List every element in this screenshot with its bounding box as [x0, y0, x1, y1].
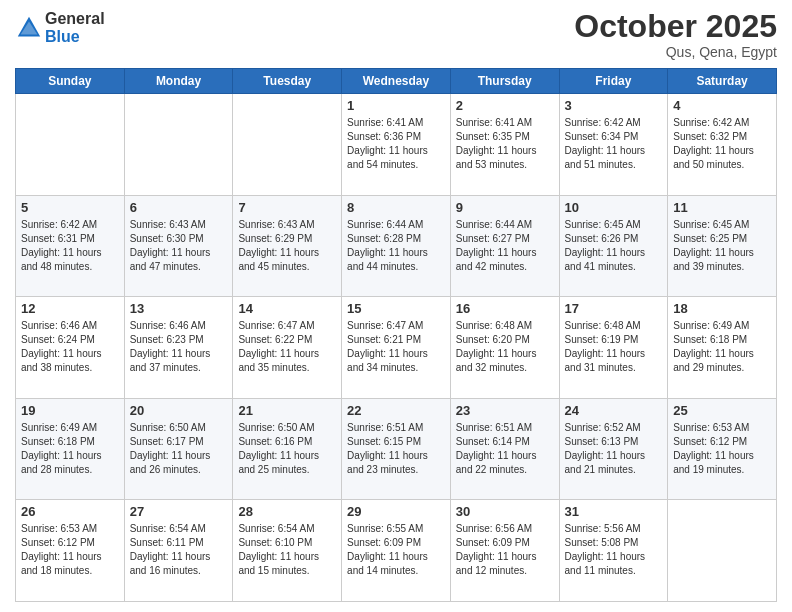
calendar-cell: 6Sunrise: 6:43 AMSunset: 6:30 PMDaylight… — [124, 195, 233, 297]
day-info: Sunrise: 6:46 AMSunset: 6:23 PMDaylight:… — [130, 319, 228, 375]
day-number: 31 — [565, 504, 663, 519]
calendar-cell: 24Sunrise: 6:52 AMSunset: 6:13 PMDayligh… — [559, 398, 668, 500]
day-number: 29 — [347, 504, 445, 519]
calendar-cell: 14Sunrise: 6:47 AMSunset: 6:22 PMDayligh… — [233, 297, 342, 399]
day-info: Sunrise: 6:53 AMSunset: 6:12 PMDaylight:… — [21, 522, 119, 578]
calendar-cell — [124, 94, 233, 196]
day-info: Sunrise: 6:54 AMSunset: 6:10 PMDaylight:… — [238, 522, 336, 578]
weekday-header-row: SundayMondayTuesdayWednesdayThursdayFrid… — [16, 69, 777, 94]
day-info: Sunrise: 6:41 AMSunset: 6:35 PMDaylight:… — [456, 116, 554, 172]
day-number: 22 — [347, 403, 445, 418]
day-number: 21 — [238, 403, 336, 418]
calendar-cell: 17Sunrise: 6:48 AMSunset: 6:19 PMDayligh… — [559, 297, 668, 399]
calendar-cell: 1Sunrise: 6:41 AMSunset: 6:36 PMDaylight… — [342, 94, 451, 196]
calendar-cell: 28Sunrise: 6:54 AMSunset: 6:10 PMDayligh… — [233, 500, 342, 602]
day-info: Sunrise: 6:43 AMSunset: 6:29 PMDaylight:… — [238, 218, 336, 274]
day-info: Sunrise: 6:46 AMSunset: 6:24 PMDaylight:… — [21, 319, 119, 375]
day-number: 10 — [565, 200, 663, 215]
day-number: 25 — [673, 403, 771, 418]
day-info: Sunrise: 6:44 AMSunset: 6:28 PMDaylight:… — [347, 218, 445, 274]
calendar-cell: 25Sunrise: 6:53 AMSunset: 6:12 PMDayligh… — [668, 398, 777, 500]
day-number: 30 — [456, 504, 554, 519]
day-info: Sunrise: 6:54 AMSunset: 6:11 PMDaylight:… — [130, 522, 228, 578]
weekday-header: Wednesday — [342, 69, 451, 94]
calendar-table: SundayMondayTuesdayWednesdayThursdayFrid… — [15, 68, 777, 602]
calendar-cell: 15Sunrise: 6:47 AMSunset: 6:21 PMDayligh… — [342, 297, 451, 399]
weekday-header: Thursday — [450, 69, 559, 94]
title-area: October 2025 Qus, Qena, Egypt — [574, 10, 777, 60]
location: Qus, Qena, Egypt — [574, 44, 777, 60]
calendar-cell: 16Sunrise: 6:48 AMSunset: 6:20 PMDayligh… — [450, 297, 559, 399]
calendar-cell: 23Sunrise: 6:51 AMSunset: 6:14 PMDayligh… — [450, 398, 559, 500]
calendar-cell: 11Sunrise: 6:45 AMSunset: 6:25 PMDayligh… — [668, 195, 777, 297]
day-number: 28 — [238, 504, 336, 519]
day-number: 2 — [456, 98, 554, 113]
logo-text: General Blue — [45, 10, 105, 45]
day-number: 13 — [130, 301, 228, 316]
day-info: Sunrise: 6:47 AMSunset: 6:21 PMDaylight:… — [347, 319, 445, 375]
calendar-cell: 26Sunrise: 6:53 AMSunset: 6:12 PMDayligh… — [16, 500, 125, 602]
calendar-cell: 3Sunrise: 6:42 AMSunset: 6:34 PMDaylight… — [559, 94, 668, 196]
day-info: Sunrise: 6:51 AMSunset: 6:15 PMDaylight:… — [347, 421, 445, 477]
day-number: 15 — [347, 301, 445, 316]
calendar-cell: 18Sunrise: 6:49 AMSunset: 6:18 PMDayligh… — [668, 297, 777, 399]
weekday-header: Friday — [559, 69, 668, 94]
calendar-week-row: 26Sunrise: 6:53 AMSunset: 6:12 PMDayligh… — [16, 500, 777, 602]
day-info: Sunrise: 6:42 AMSunset: 6:31 PMDaylight:… — [21, 218, 119, 274]
calendar-cell: 10Sunrise: 6:45 AMSunset: 6:26 PMDayligh… — [559, 195, 668, 297]
day-number: 24 — [565, 403, 663, 418]
day-info: Sunrise: 6:56 AMSunset: 6:09 PMDaylight:… — [456, 522, 554, 578]
day-info: Sunrise: 6:49 AMSunset: 6:18 PMDaylight:… — [673, 319, 771, 375]
day-info: Sunrise: 6:45 AMSunset: 6:25 PMDaylight:… — [673, 218, 771, 274]
day-info: Sunrise: 6:51 AMSunset: 6:14 PMDaylight:… — [456, 421, 554, 477]
day-number: 6 — [130, 200, 228, 215]
day-number: 16 — [456, 301, 554, 316]
calendar-cell: 22Sunrise: 6:51 AMSunset: 6:15 PMDayligh… — [342, 398, 451, 500]
calendar-cell: 9Sunrise: 6:44 AMSunset: 6:27 PMDaylight… — [450, 195, 559, 297]
calendar-cell — [16, 94, 125, 196]
calendar-cell: 4Sunrise: 6:42 AMSunset: 6:32 PMDaylight… — [668, 94, 777, 196]
day-info: Sunrise: 6:47 AMSunset: 6:22 PMDaylight:… — [238, 319, 336, 375]
month-title: October 2025 — [574, 10, 777, 42]
header: General Blue October 2025 Qus, Qena, Egy… — [15, 10, 777, 60]
day-number: 4 — [673, 98, 771, 113]
calendar-cell: 12Sunrise: 6:46 AMSunset: 6:24 PMDayligh… — [16, 297, 125, 399]
calendar-cell: 29Sunrise: 6:55 AMSunset: 6:09 PMDayligh… — [342, 500, 451, 602]
day-number: 5 — [21, 200, 119, 215]
day-info: Sunrise: 6:43 AMSunset: 6:30 PMDaylight:… — [130, 218, 228, 274]
day-info: Sunrise: 6:45 AMSunset: 6:26 PMDaylight:… — [565, 218, 663, 274]
day-number: 27 — [130, 504, 228, 519]
weekday-header: Sunday — [16, 69, 125, 94]
logo-icon — [15, 14, 43, 42]
calendar-cell — [668, 500, 777, 602]
day-number: 12 — [21, 301, 119, 316]
weekday-header: Monday — [124, 69, 233, 94]
calendar-cell: 20Sunrise: 6:50 AMSunset: 6:17 PMDayligh… — [124, 398, 233, 500]
day-info: Sunrise: 6:48 AMSunset: 6:19 PMDaylight:… — [565, 319, 663, 375]
logo: General Blue — [15, 10, 105, 45]
calendar-cell: 31Sunrise: 5:56 AMSunset: 5:08 PMDayligh… — [559, 500, 668, 602]
day-info: Sunrise: 6:41 AMSunset: 6:36 PMDaylight:… — [347, 116, 445, 172]
day-info: Sunrise: 6:42 AMSunset: 6:34 PMDaylight:… — [565, 116, 663, 172]
calendar-cell: 7Sunrise: 6:43 AMSunset: 6:29 PMDaylight… — [233, 195, 342, 297]
day-info: Sunrise: 5:56 AMSunset: 5:08 PMDaylight:… — [565, 522, 663, 578]
day-number: 11 — [673, 200, 771, 215]
calendar-cell: 5Sunrise: 6:42 AMSunset: 6:31 PMDaylight… — [16, 195, 125, 297]
day-number: 19 — [21, 403, 119, 418]
day-info: Sunrise: 6:48 AMSunset: 6:20 PMDaylight:… — [456, 319, 554, 375]
calendar-cell: 19Sunrise: 6:49 AMSunset: 6:18 PMDayligh… — [16, 398, 125, 500]
day-number: 7 — [238, 200, 336, 215]
calendar-cell: 8Sunrise: 6:44 AMSunset: 6:28 PMDaylight… — [342, 195, 451, 297]
day-number: 1 — [347, 98, 445, 113]
day-number: 17 — [565, 301, 663, 316]
calendar-cell: 27Sunrise: 6:54 AMSunset: 6:11 PMDayligh… — [124, 500, 233, 602]
calendar-cell — [233, 94, 342, 196]
day-info: Sunrise: 6:50 AMSunset: 6:17 PMDaylight:… — [130, 421, 228, 477]
logo-general: General — [45, 10, 105, 28]
day-info: Sunrise: 6:52 AMSunset: 6:13 PMDaylight:… — [565, 421, 663, 477]
calendar-cell: 13Sunrise: 6:46 AMSunset: 6:23 PMDayligh… — [124, 297, 233, 399]
day-info: Sunrise: 6:55 AMSunset: 6:09 PMDaylight:… — [347, 522, 445, 578]
calendar-week-row: 19Sunrise: 6:49 AMSunset: 6:18 PMDayligh… — [16, 398, 777, 500]
logo-blue: Blue — [45, 28, 105, 46]
day-info: Sunrise: 6:49 AMSunset: 6:18 PMDaylight:… — [21, 421, 119, 477]
